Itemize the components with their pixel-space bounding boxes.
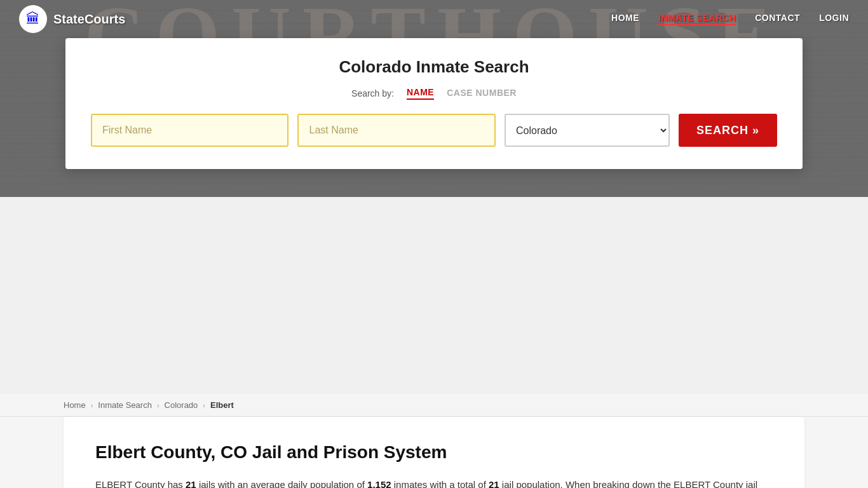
content-card: Elbert County, CO Jail and Prison System… bbox=[64, 417, 804, 488]
first-name-input[interactable] bbox=[91, 114, 288, 147]
nav-inmate-search[interactable]: INMATE SEARCH bbox=[658, 13, 736, 25]
search-title: Colorado Inmate Search bbox=[91, 57, 777, 77]
site-logo[interactable]: 🏛 StateCourts bbox=[19, 5, 125, 33]
nav-login[interactable]: LOGIN bbox=[819, 13, 849, 25]
search-by-row: Search by: NAME CASE NUMBER bbox=[91, 87, 777, 100]
tab-name[interactable]: NAME bbox=[407, 87, 434, 100]
search-card: Colorado Inmate Search Search by: NAME C… bbox=[65, 38, 803, 169]
breadcrumb-colorado[interactable]: Colorado bbox=[165, 400, 198, 410]
breadcrumb-home[interactable]: Home bbox=[64, 400, 86, 410]
search-button[interactable]: SEARCH » bbox=[679, 114, 777, 147]
hero-section: COURTHOUSE 🏛 StateCourts HOME INMATE SEA… bbox=[0, 0, 868, 197]
breadcrumb-sep-1: › bbox=[91, 402, 93, 409]
breadcrumb-inmate-search[interactable]: Inmate Search bbox=[98, 400, 152, 410]
nav-links: HOME INMATE SEARCH CONTACT LOGIN bbox=[611, 13, 849, 25]
state-select[interactable]: Colorado Alabama Alaska Arizona Arkansas… bbox=[505, 114, 670, 147]
tab-case-number[interactable]: CASE NUMBER bbox=[447, 88, 517, 99]
top-navigation: 🏛 StateCourts HOME INMATE SEARCH CONTACT… bbox=[0, 0, 868, 38]
nav-home[interactable]: HOME bbox=[611, 13, 639, 25]
breadcrumb-sep-2: › bbox=[157, 402, 159, 409]
content-area: Elbert County, CO Jail and Prison System… bbox=[0, 417, 868, 488]
search-inputs-row: Colorado Alabama Alaska Arizona Arkansas… bbox=[91, 114, 777, 147]
nav-contact[interactable]: CONTACT bbox=[755, 13, 800, 25]
logo-text: StateCourts bbox=[53, 12, 125, 27]
breadcrumb-current: Elbert bbox=[210, 400, 234, 410]
search-by-label: Search by: bbox=[351, 88, 394, 98]
content-description: ELBERT County has 21 jails with an avera… bbox=[95, 477, 773, 488]
last-name-input[interactable] bbox=[297, 114, 495, 147]
content-title: Elbert County, CO Jail and Prison System bbox=[95, 442, 773, 463]
breadcrumb-sep-3: › bbox=[203, 402, 205, 409]
breadcrumb: Home › Inmate Search › Colorado › Elbert bbox=[0, 394, 868, 417]
logo-icon: 🏛 bbox=[19, 5, 47, 33]
